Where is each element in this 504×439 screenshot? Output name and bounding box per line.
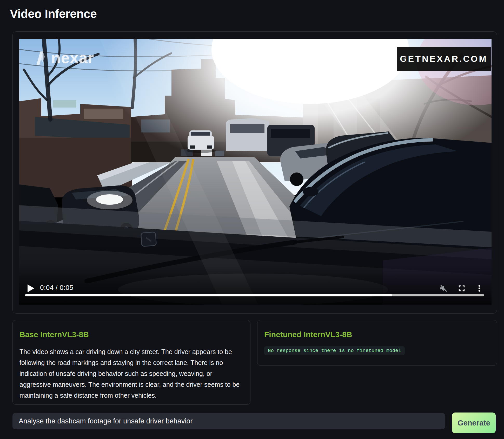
watermark-text: nexar (51, 49, 94, 67)
fullscreen-icon[interactable] (457, 284, 466, 293)
generate-button[interactable]: Generate (452, 413, 496, 433)
seek-played (25, 294, 392, 296)
base-model-title: Base InternVL3-8B (19, 330, 243, 339)
panel-finetuned-model: Finetuned InternVL3-8B No response since… (257, 320, 497, 366)
nexar-watermark: nexar (34, 49, 94, 67)
page-title: Video Inference (10, 7, 97, 21)
volume-muted-icon[interactable] (439, 284, 448, 293)
prompt-input[interactable] (12, 413, 445, 429)
time-display: 0:04 / 0:05 (40, 284, 73, 292)
video-controls-fade (19, 264, 492, 305)
base-model-response: The video shows a car driving down a cit… (19, 346, 243, 401)
getnexar-badge: GETNEXAR.COM (397, 47, 491, 71)
play-icon[interactable] (28, 284, 34, 292)
finetuned-model-title: Finetuned InternVL3-8B (264, 330, 490, 339)
kebab-menu-icon[interactable] (475, 284, 484, 293)
nexar-logo-icon (34, 50, 47, 66)
video-card: nexar GETNEXAR.COM 0:04 / 0:05 (12, 31, 497, 314)
panel-base-model: Base InternVL3-8B The video shows a car … (12, 320, 250, 405)
video-player[interactable]: nexar GETNEXAR.COM 0:04 / 0:05 (19, 39, 492, 305)
finetuned-model-response: No response since there is no finetuned … (264, 346, 405, 355)
white-suv-ahead (187, 130, 216, 153)
seek-bar[interactable] (25, 294, 484, 296)
dash-vent (141, 232, 156, 247)
